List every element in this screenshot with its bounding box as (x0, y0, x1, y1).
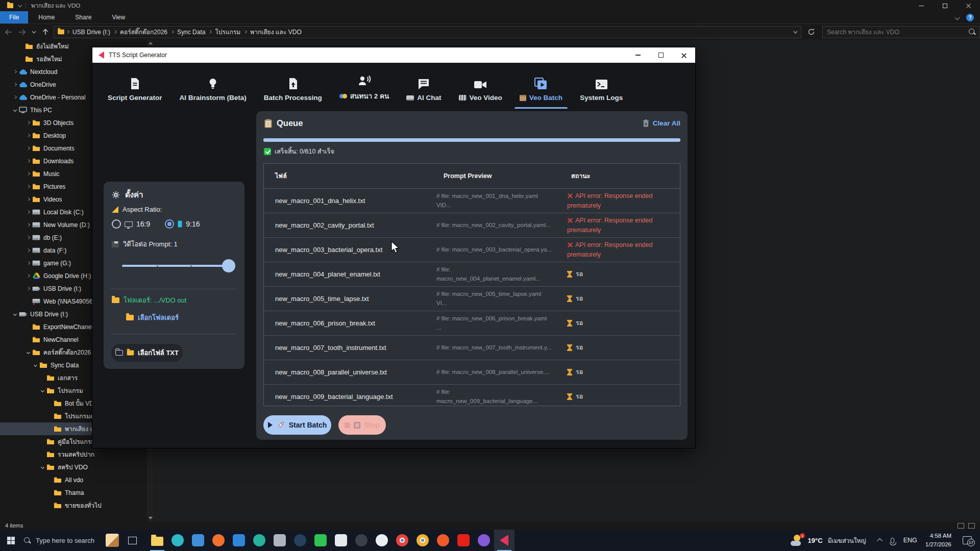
app-minimize-button[interactable] (626, 47, 649, 63)
slider-thumb[interactable] (222, 259, 235, 272)
choose-folder-button[interactable]: เลือกโฟลเดอร์ (138, 312, 179, 323)
tab-ai-brainstorm-beta-[interactable]: AI Brainstorm (Beta) (180, 63, 247, 109)
ratio-9-16-radio[interactable] (165, 219, 174, 229)
task-view-button[interactable] (128, 537, 137, 544)
menu-item-home[interactable]: Home (28, 11, 65, 23)
explorer-search-input[interactable] (827, 29, 969, 36)
queue-row[interactable]: new_macro_006_prison_break.txt # file: m… (264, 311, 680, 336)
start-batch-button[interactable]: Start Batch (263, 415, 331, 435)
queue-row[interactable]: new_macro_002_cavity_portal.txt # file: … (264, 213, 680, 238)
sidebar-item[interactable]: ขายของทั่วไป (0, 499, 153, 512)
address-bar[interactable]: USB Drive (I:) คอร์สติ๊กต๊อก2026 Sync Da… (54, 26, 801, 38)
tab-veo-batch[interactable]: Veo Batch (520, 63, 562, 109)
ratio-16-9-radio[interactable] (112, 219, 121, 229)
tree-expander-icon[interactable] (32, 364, 39, 366)
tree-expander-icon[interactable] (24, 198, 32, 201)
taskbar-line-app[interactable] (310, 530, 331, 551)
tree-expander-icon[interactable] (24, 262, 32, 264)
tree-expander-icon[interactable] (24, 172, 32, 175)
tree-expander-icon[interactable] (24, 223, 32, 226)
details-view-icon[interactable] (958, 523, 964, 529)
explorer-close-button[interactable] (957, 0, 980, 11)
up-icon[interactable] (42, 29, 48, 35)
expand-ribbon-icon[interactable] (955, 15, 960, 20)
app-maximize-button[interactable] (649, 47, 672, 63)
sidebar-item[interactable]: สคริป VDO (0, 461, 153, 473)
queue-row[interactable]: new_macro_001_dna_helix.txt # file: macr… (264, 189, 680, 213)
tree-expander-icon[interactable] (39, 389, 46, 392)
explorer-minimize-button[interactable] (910, 0, 933, 11)
tree-expander-icon[interactable] (11, 83, 18, 86)
tray-overflow-icon[interactable] (877, 538, 883, 544)
weather-widget[interactable]: 1 19°C มีเมฆส่วนใหญ่ (791, 535, 866, 546)
queue-row[interactable]: new_macro_008_parallel_universe.txt # fi… (264, 360, 680, 385)
tree-expander-icon[interactable] (39, 466, 46, 468)
tab-batch-processing[interactable]: Batch Processing (264, 63, 322, 109)
tree-expander-icon[interactable] (24, 134, 32, 137)
queue-row[interactable]: new_macro_007_tooth_instrument.txt # fil… (264, 336, 680, 360)
taskbar-code-editor[interactable] (229, 530, 249, 551)
taskbar-white-app[interactable] (372, 530, 392, 551)
taskbar-chrome-profile-2[interactable] (412, 530, 433, 551)
scroll-down-icon[interactable] (149, 517, 153, 519)
taskbar-purple-media-app[interactable] (474, 530, 494, 551)
taskbar-brave-browser[interactable] (433, 530, 453, 551)
tab-script-generator[interactable]: Script Generator (108, 63, 162, 109)
tree-expander-icon[interactable] (24, 287, 32, 290)
taskbar-youtube-app[interactable] (453, 530, 474, 551)
queue-row[interactable]: new_macro_004_planet_enamel.txt # file: … (264, 262, 680, 287)
app-close-button[interactable] (672, 47, 695, 63)
back-icon[interactable] (5, 29, 12, 35)
microphone-icon[interactable] (891, 538, 894, 543)
app-titlebar[interactable]: TTS Script Generator (92, 47, 695, 63)
queue-row[interactable]: new_macro_009_bacterial_language.txt # f… (264, 385, 680, 406)
tree-expander-icon[interactable] (11, 109, 18, 111)
tab--2-[interactable]: สนทนา 2 คน (339, 63, 389, 109)
clear-all-button[interactable]: Clear All (643, 119, 680, 127)
sidebar-item[interactable]: รวมสคริปปาก (0, 448, 153, 461)
breadcrumb-segment[interactable]: พากเสียง และ VDO (248, 27, 303, 37)
tree-expander-icon[interactable] (24, 211, 32, 213)
taskbar-teal-chat-app[interactable] (249, 530, 270, 551)
tree-expander-icon[interactable] (24, 121, 32, 124)
tree-expander-icon[interactable] (24, 147, 32, 149)
tree-expander-icon[interactable] (24, 274, 32, 277)
taskbar-file-explorer[interactable] (147, 530, 167, 551)
thumbnail-view-icon[interactable] (968, 523, 975, 529)
breadcrumb-segment[interactable]: โปรแกรม (213, 27, 242, 37)
taskbar-edge-browser[interactable] (167, 530, 188, 551)
action-center-icon[interactable]: 17 (963, 536, 972, 544)
start-button[interactable] (7, 537, 15, 544)
tree-expander-icon[interactable] (24, 160, 32, 162)
taskbar-tts-app[interactable] (494, 530, 514, 551)
sidebar-item[interactable]: All vdo (0, 473, 153, 486)
tab-system-logs[interactable]: System Logs (580, 63, 623, 109)
menu-item-file[interactable]: File (0, 11, 28, 23)
tree-expander-icon[interactable] (11, 70, 18, 73)
taskbar-grey-utility-app[interactable] (270, 530, 290, 551)
breadcrumb-segment[interactable]: คอร์สติ๊กต๊อก2026 (118, 27, 169, 37)
tab-veo-video[interactable]: Veo Video (459, 63, 502, 109)
queue-row[interactable]: new_macro_003_bacterial_opera.txt # file… (264, 238, 680, 262)
breadcrumb-segment[interactable]: USB Drive (I:) (70, 29, 112, 36)
tree-expander-icon[interactable] (24, 351, 32, 354)
tree-expander-icon[interactable] (24, 185, 32, 188)
quick-access-chevron-icon[interactable] (18, 3, 22, 7)
menu-item-share[interactable]: Share (65, 11, 102, 23)
refresh-icon[interactable] (807, 28, 815, 36)
taskbar-clock[interactable]: 4:58 AM 1/27/2026 (925, 532, 951, 548)
videos-per-prompt-slider[interactable] (122, 265, 229, 267)
breadcrumb-segment[interactable]: Sync Data (175, 29, 207, 36)
tab-ai-chat[interactable]: AI Chat (406, 63, 441, 109)
explorer-search-box[interactable] (822, 26, 980, 38)
language-indicator[interactable]: ENG (903, 537, 917, 544)
tree-expander-icon[interactable] (24, 236, 32, 239)
taskbar-notes-app[interactable] (331, 530, 351, 551)
recent-locations-icon[interactable] (32, 31, 36, 34)
tree-expander-icon[interactable] (11, 96, 18, 98)
taskbar-chrome-browser[interactable] (392, 530, 412, 551)
forward-icon[interactable] (18, 29, 26, 35)
search-highlights-icon[interactable] (106, 534, 119, 547)
scroll-up-icon[interactable] (149, 42, 153, 44)
search-icon[interactable] (969, 29, 975, 35)
